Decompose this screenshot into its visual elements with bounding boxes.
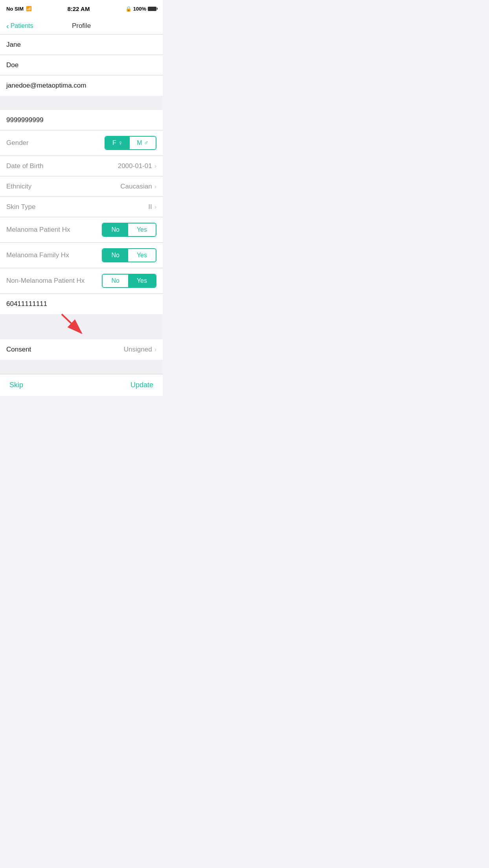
melanoma-family-row: Melanoma Family Hx No Yes bbox=[0, 243, 163, 268]
back-label: Patients bbox=[11, 22, 33, 29]
phone-value: 9999999999 bbox=[6, 116, 44, 124]
consent-value: Unsigned bbox=[124, 346, 152, 353]
skip-button[interactable]: Skip bbox=[9, 381, 23, 389]
melanoma-patient-no-button[interactable]: No bbox=[103, 223, 128, 236]
non-melanoma-yes-button[interactable]: Yes bbox=[128, 275, 156, 287]
battery-percent: 100% bbox=[133, 6, 146, 12]
annotation-arrow bbox=[50, 310, 97, 338]
update-button[interactable]: Update bbox=[131, 381, 153, 389]
dob-value: 2000-01-01 bbox=[118, 162, 152, 170]
last-name-value: Doe bbox=[6, 61, 18, 69]
status-bar: No SIM 📶 8:22 AM 🔒 100% bbox=[0, 0, 163, 17]
non-melanoma-row: Non-Melanoma Patient Hx No Yes bbox=[0, 268, 163, 294]
phone2-value: 60411111111 bbox=[6, 300, 47, 308]
dob-label: Date of Birth bbox=[6, 162, 118, 170]
section-divider-2 bbox=[0, 360, 163, 374]
melanoma-family-toggle[interactable]: No Yes bbox=[102, 248, 156, 262]
dob-value-group: 2000-01-01 › bbox=[118, 162, 156, 170]
status-right: 🔒 100% bbox=[125, 6, 156, 12]
carrier-label: No SIM bbox=[6, 6, 24, 12]
gender-row: Gender F ♀ M ♂ bbox=[0, 130, 163, 156]
phone-row[interactable]: 9999999999 bbox=[0, 110, 163, 130]
chevron-left-icon: ‹ bbox=[6, 22, 9, 30]
dob-row[interactable]: Date of Birth 2000-01-01 › bbox=[0, 156, 163, 176]
non-melanoma-toggle[interactable]: No Yes bbox=[102, 274, 156, 288]
back-button[interactable]: ‹ Patients bbox=[6, 22, 33, 30]
consent-section: Consent Unsigned › bbox=[0, 339, 163, 360]
status-time: 8:22 AM bbox=[67, 5, 90, 12]
skin-type-chevron-icon: › bbox=[154, 203, 156, 211]
melanoma-family-no-button[interactable]: No bbox=[103, 249, 128, 262]
consent-label: Consent bbox=[6, 346, 31, 353]
bottom-toolbar: Skip Update bbox=[0, 374, 163, 396]
gender-label: Gender bbox=[6, 139, 105, 147]
ethnicity-value-group: Caucasian › bbox=[120, 183, 156, 190]
gender-toggle[interactable]: F ♀ M ♂ bbox=[105, 136, 156, 150]
non-melanoma-label: Non-Melanoma Patient Hx bbox=[6, 277, 102, 285]
ethnicity-label: Ethnicity bbox=[6, 183, 120, 190]
gender-female-button[interactable]: F ♀ bbox=[105, 137, 130, 149]
dob-chevron-icon: › bbox=[154, 163, 156, 170]
ethnicity-chevron-icon: › bbox=[154, 183, 156, 190]
email-row[interactable]: janedoe@metaoptima.com bbox=[0, 75, 163, 96]
melanoma-family-yes-button[interactable]: Yes bbox=[128, 249, 156, 262]
melanoma-patient-row: Melanoma Patient Hx No Yes bbox=[0, 217, 163, 243]
melanoma-patient-toggle[interactable]: No Yes bbox=[102, 223, 156, 237]
skin-type-value-group: II › bbox=[148, 203, 156, 211]
status-left: No SIM 📶 bbox=[6, 6, 32, 12]
name-email-section: Jane Doe janedoe@metaoptima.com bbox=[0, 35, 163, 96]
melanoma-patient-yes-button[interactable]: Yes bbox=[128, 223, 156, 236]
arrow-section bbox=[0, 314, 163, 339]
lock-icon: 🔒 bbox=[125, 6, 132, 12]
melanoma-family-label: Melanoma Family Hx bbox=[6, 251, 102, 259]
page-title: Profile bbox=[72, 22, 91, 30]
ethnicity-row[interactable]: Ethnicity Caucasian › bbox=[0, 176, 163, 197]
consent-chevron-icon: › bbox=[154, 346, 156, 353]
melanoma-patient-label: Melanoma Patient Hx bbox=[6, 226, 102, 234]
email-value: janedoe@metaoptima.com bbox=[6, 82, 86, 90]
svg-line-1 bbox=[62, 314, 81, 333]
skin-type-row[interactable]: Skin Type II › bbox=[0, 197, 163, 217]
wifi-icon: 📶 bbox=[26, 6, 32, 11]
section-divider-1 bbox=[0, 96, 163, 110]
skin-type-value: II bbox=[148, 203, 152, 211]
consent-row[interactable]: Consent Unsigned › bbox=[0, 339, 163, 360]
first-name-row[interactable]: Jane bbox=[0, 35, 163, 55]
medical-section: 9999999999 Gender F ♀ M ♂ Date of Birth … bbox=[0, 110, 163, 314]
first-name-value: Jane bbox=[6, 41, 21, 49]
nav-bar: ‹ Patients Profile bbox=[0, 17, 163, 35]
skin-type-label: Skin Type bbox=[6, 203, 148, 211]
battery-icon bbox=[148, 7, 156, 11]
gender-male-button[interactable]: M ♂ bbox=[130, 137, 156, 149]
consent-value-group: Unsigned › bbox=[124, 346, 156, 353]
non-melanoma-no-button[interactable]: No bbox=[103, 275, 128, 287]
ethnicity-value: Caucasian bbox=[120, 183, 152, 190]
last-name-row[interactable]: Doe bbox=[0, 55, 163, 75]
